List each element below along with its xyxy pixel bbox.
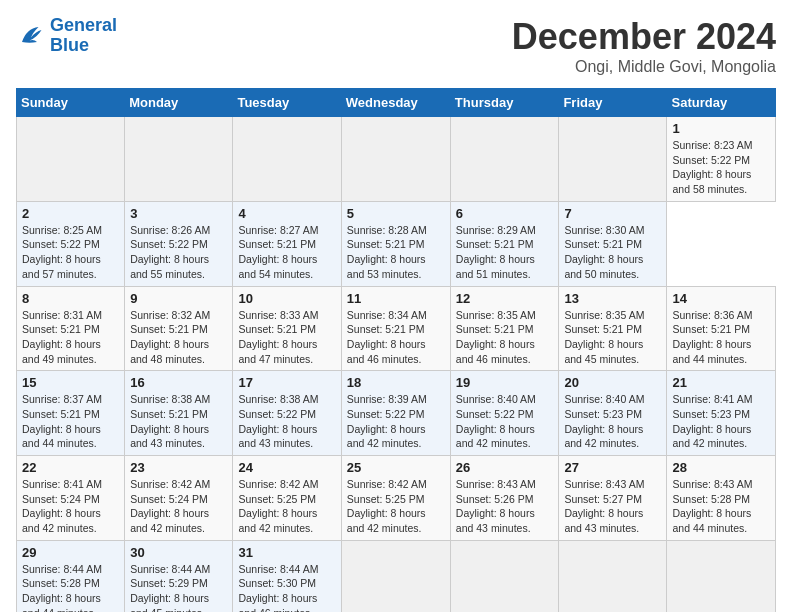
day-info: Sunrise: 8:23 AMSunset: 5:22 PMDaylight:… xyxy=(672,138,770,197)
calendar-cell: 23Sunrise: 8:42 AMSunset: 5:24 PMDayligh… xyxy=(125,456,233,541)
sunrise-text: Sunrise: 8:44 AM xyxy=(130,563,210,575)
sunset-text: Sunset: 5:25 PM xyxy=(238,493,316,505)
day-info: Sunrise: 8:43 AMSunset: 5:27 PMDaylight:… xyxy=(564,477,661,536)
sunset-text: Sunset: 5:21 PM xyxy=(22,408,100,420)
sunset-text: Sunset: 5:30 PM xyxy=(238,577,316,589)
calendar-cell: 16Sunrise: 8:38 AMSunset: 5:21 PMDayligh… xyxy=(125,371,233,456)
sunrise-text: Sunrise: 8:43 AM xyxy=(456,478,536,490)
day-info: Sunrise: 8:35 AMSunset: 5:21 PMDaylight:… xyxy=(456,308,554,367)
day-number: 24 xyxy=(238,460,335,475)
calendar-week-row: 29Sunrise: 8:44 AMSunset: 5:28 PMDayligh… xyxy=(17,540,776,612)
calendar-cell: 13Sunrise: 8:35 AMSunset: 5:21 PMDayligh… xyxy=(559,286,667,371)
daylight-text: Daylight: 8 hours and 42 minutes. xyxy=(22,507,101,534)
sunrise-text: Sunrise: 8:44 AM xyxy=(238,563,318,575)
sunset-text: Sunset: 5:22 PM xyxy=(672,154,750,166)
day-info: Sunrise: 8:33 AMSunset: 5:21 PMDaylight:… xyxy=(238,308,335,367)
calendar-cell: 21Sunrise: 8:41 AMSunset: 5:23 PMDayligh… xyxy=(667,371,776,456)
calendar-cell xyxy=(125,117,233,202)
day-info: Sunrise: 8:42 AMSunset: 5:24 PMDaylight:… xyxy=(130,477,227,536)
sunset-text: Sunset: 5:21 PM xyxy=(347,323,425,335)
day-number: 18 xyxy=(347,375,445,390)
day-number: 26 xyxy=(456,460,554,475)
calendar-cell xyxy=(559,117,667,202)
logo-line2: Blue xyxy=(50,35,89,55)
sunrise-text: Sunrise: 8:41 AM xyxy=(672,393,752,405)
daylight-text: Daylight: 8 hours and 46 minutes. xyxy=(347,338,426,365)
sunrise-text: Sunrise: 8:40 AM xyxy=(456,393,536,405)
day-info: Sunrise: 8:28 AMSunset: 5:21 PMDaylight:… xyxy=(347,223,445,282)
daylight-text: Daylight: 8 hours and 54 minutes. xyxy=(238,253,317,280)
calendar-week-row: 15Sunrise: 8:37 AMSunset: 5:21 PMDayligh… xyxy=(17,371,776,456)
daylight-text: Daylight: 8 hours and 42 minutes. xyxy=(456,423,535,450)
calendar-cell: 29Sunrise: 8:44 AMSunset: 5:28 PMDayligh… xyxy=(17,540,125,612)
day-info: Sunrise: 8:36 AMSunset: 5:21 PMDaylight:… xyxy=(672,308,770,367)
daylight-text: Daylight: 8 hours and 43 minutes. xyxy=(456,507,535,534)
sunrise-text: Sunrise: 8:35 AM xyxy=(564,309,644,321)
sunset-text: Sunset: 5:21 PM xyxy=(564,323,642,335)
sunrise-text: Sunrise: 8:40 AM xyxy=(564,393,644,405)
day-info: Sunrise: 8:34 AMSunset: 5:21 PMDaylight:… xyxy=(347,308,445,367)
daylight-text: Daylight: 8 hours and 42 minutes. xyxy=(564,423,643,450)
col-tuesday: Tuesday xyxy=(233,89,341,117)
day-info: Sunrise: 8:32 AMSunset: 5:21 PMDaylight:… xyxy=(130,308,227,367)
calendar-cell xyxy=(17,117,125,202)
daylight-text: Daylight: 8 hours and 53 minutes. xyxy=(347,253,426,280)
sunset-text: Sunset: 5:21 PM xyxy=(238,323,316,335)
day-number: 31 xyxy=(238,545,335,560)
day-number: 2 xyxy=(22,206,119,221)
header-row: Sunday Monday Tuesday Wednesday Thursday… xyxy=(17,89,776,117)
daylight-text: Daylight: 8 hours and 43 minutes. xyxy=(238,423,317,450)
sunrise-text: Sunrise: 8:39 AM xyxy=(347,393,427,405)
day-info: Sunrise: 8:41 AMSunset: 5:23 PMDaylight:… xyxy=(672,392,770,451)
daylight-text: Daylight: 8 hours and 43 minutes. xyxy=(130,423,209,450)
day-info: Sunrise: 8:30 AMSunset: 5:21 PMDaylight:… xyxy=(564,223,661,282)
location-title: Ongi, Middle Govi, Mongolia xyxy=(512,58,776,76)
calendar-cell: 7Sunrise: 8:30 AMSunset: 5:21 PMDaylight… xyxy=(559,201,667,286)
calendar-cell: 11Sunrise: 8:34 AMSunset: 5:21 PMDayligh… xyxy=(341,286,450,371)
day-number: 5 xyxy=(347,206,445,221)
daylight-text: Daylight: 8 hours and 55 minutes. xyxy=(130,253,209,280)
day-info: Sunrise: 8:44 AMSunset: 5:30 PMDaylight:… xyxy=(238,562,335,612)
day-number: 9 xyxy=(130,291,227,306)
day-number: 28 xyxy=(672,460,770,475)
day-number: 20 xyxy=(564,375,661,390)
sunset-text: Sunset: 5:22 PM xyxy=(22,238,100,250)
daylight-text: Daylight: 8 hours and 48 minutes. xyxy=(130,338,209,365)
sunset-text: Sunset: 5:23 PM xyxy=(564,408,642,420)
header: General Blue December 2024 Ongi, Middle … xyxy=(16,16,776,76)
day-number: 27 xyxy=(564,460,661,475)
day-info: Sunrise: 8:26 AMSunset: 5:22 PMDaylight:… xyxy=(130,223,227,282)
calendar-cell xyxy=(341,540,450,612)
day-number: 11 xyxy=(347,291,445,306)
day-number: 8 xyxy=(22,291,119,306)
sunrise-text: Sunrise: 8:31 AM xyxy=(22,309,102,321)
calendar-cell: 14Sunrise: 8:36 AMSunset: 5:21 PMDayligh… xyxy=(667,286,776,371)
day-info: Sunrise: 8:37 AMSunset: 5:21 PMDaylight:… xyxy=(22,392,119,451)
day-info: Sunrise: 8:35 AMSunset: 5:21 PMDaylight:… xyxy=(564,308,661,367)
day-number: 17 xyxy=(238,375,335,390)
day-info: Sunrise: 8:40 AMSunset: 5:22 PMDaylight:… xyxy=(456,392,554,451)
day-info: Sunrise: 8:40 AMSunset: 5:23 PMDaylight:… xyxy=(564,392,661,451)
day-info: Sunrise: 8:43 AMSunset: 5:28 PMDaylight:… xyxy=(672,477,770,536)
sunrise-text: Sunrise: 8:35 AM xyxy=(456,309,536,321)
calendar-week-row: 2Sunrise: 8:25 AMSunset: 5:22 PMDaylight… xyxy=(17,201,776,286)
sunrise-text: Sunrise: 8:27 AM xyxy=(238,224,318,236)
daylight-text: Daylight: 8 hours and 46 minutes. xyxy=(456,338,535,365)
calendar-cell: 15Sunrise: 8:37 AMSunset: 5:21 PMDayligh… xyxy=(17,371,125,456)
daylight-text: Daylight: 8 hours and 44 minutes. xyxy=(672,338,751,365)
day-number: 30 xyxy=(130,545,227,560)
calendar-cell: 6Sunrise: 8:29 AMSunset: 5:21 PMDaylight… xyxy=(450,201,559,286)
daylight-text: Daylight: 8 hours and 42 minutes. xyxy=(347,507,426,534)
calendar-cell: 22Sunrise: 8:41 AMSunset: 5:24 PMDayligh… xyxy=(17,456,125,541)
sunrise-text: Sunrise: 8:38 AM xyxy=(130,393,210,405)
daylight-text: Daylight: 8 hours and 44 minutes. xyxy=(22,592,101,612)
day-info: Sunrise: 8:25 AMSunset: 5:22 PMDaylight:… xyxy=(22,223,119,282)
sunrise-text: Sunrise: 8:43 AM xyxy=(564,478,644,490)
calendar-cell xyxy=(450,117,559,202)
day-info: Sunrise: 8:38 AMSunset: 5:22 PMDaylight:… xyxy=(238,392,335,451)
day-number: 1 xyxy=(672,121,770,136)
day-info: Sunrise: 8:44 AMSunset: 5:28 PMDaylight:… xyxy=(22,562,119,612)
daylight-text: Daylight: 8 hours and 58 minutes. xyxy=(672,168,751,195)
sunrise-text: Sunrise: 8:43 AM xyxy=(672,478,752,490)
sunrise-text: Sunrise: 8:42 AM xyxy=(347,478,427,490)
